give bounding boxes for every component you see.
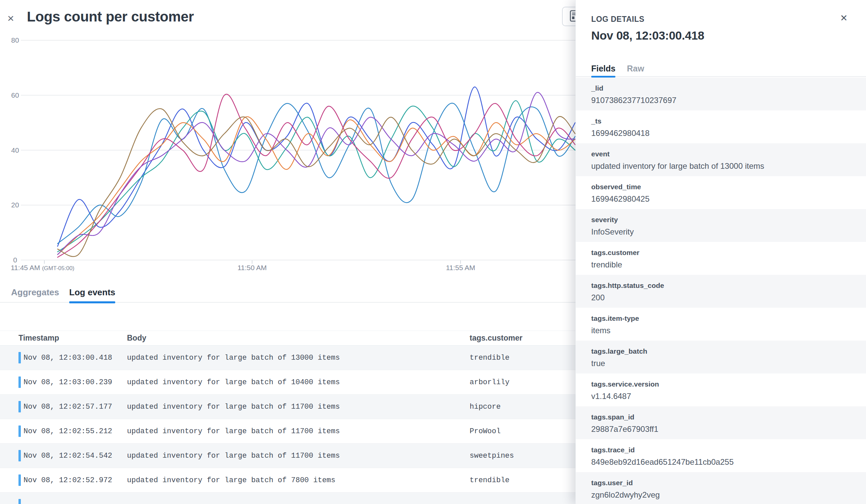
cell-timestamp: Nov 08, 12:02:55.212 — [23, 427, 112, 436]
field-key: tags.span_id — [591, 413, 851, 421]
details-tabs: Fields Raw — [576, 62, 866, 77]
cell-customer: hipcore — [470, 403, 575, 411]
field-value: 1699462980425 — [591, 194, 851, 204]
cell-timestamp: Nov 08, 12:03:00.418 — [23, 354, 112, 362]
tab-aggregates[interactable]: Aggregates — [11, 284, 59, 302]
x-tick-label: 11:45 AM(GMT-05:00) — [11, 264, 75, 272]
field-key: tags.service.version — [591, 380, 851, 388]
field-value: trendible — [591, 260, 851, 270]
y-tick-label: 20 — [11, 201, 19, 209]
cell-body: updated inventory for large batch of 117… — [127, 427, 470, 436]
table-row[interactable]: Nov 08, 12:03:00.418 updated inventory f… — [0, 346, 575, 370]
gridlines: 02040608011:45 AM(GMT-05:00)11:50 AM11:5… — [11, 36, 575, 272]
tab-log-events[interactable]: Log events — [69, 284, 115, 302]
field-key: tags.customer — [591, 248, 851, 257]
cell-timestamp: Nov 08, 12:02:52.972 — [23, 476, 112, 484]
log-timestamp: Nov 08, 12:03:00.418 — [591, 29, 704, 42]
field-value: 849e8eb92d16ead651247be11cb0a255 — [591, 457, 851, 467]
table-row[interactable] — [0, 492, 575, 504]
cell-body: updated inventory for large batch of 130… — [127, 354, 470, 362]
severity-bar — [19, 401, 21, 412]
field-key: tags.trace_id — [591, 446, 851, 454]
chart-line-series-6 — [57, 92, 575, 254]
severity-bar — [19, 377, 21, 388]
field-value: 9107386237710237697 — [591, 95, 851, 105]
x-tick-label: 11:50 AM — [237, 264, 267, 272]
field-value: 1699462980418 — [591, 128, 851, 138]
field-row: tags.service.version v1.14.6487 — [576, 374, 866, 406]
field-row: _ts 1699462980418 — [576, 111, 866, 143]
tab-raw[interactable]: Raw — [627, 62, 644, 76]
field-row: tags.trace_id 849e8eb92d16ead651247be11c… — [576, 439, 866, 472]
panel-title: LOG DETAILS — [591, 15, 644, 24]
severity-bar — [19, 450, 21, 461]
field-key: tags.large_batch — [591, 347, 851, 355]
severity-bar — [19, 499, 21, 504]
field-row: tags.large_batch true — [576, 341, 866, 374]
cell-timestamp: Nov 08, 12:03:00.239 — [23, 378, 112, 387]
field-row: event updated inventory for large batch … — [576, 143, 866, 176]
field-value: v1.14.6487 — [591, 391, 851, 401]
table-header: Timestamp Body tags.customer — [0, 331, 575, 346]
col-body: Body — [127, 333, 470, 343]
col-tags-customer: tags.customer — [470, 333, 575, 343]
field-key: _lid — [591, 84, 851, 92]
cell-timestamp: Nov 08, 12:02:54.542 — [23, 452, 112, 460]
field-row: tags.span_id 29887a7e67903ff1 — [576, 406, 866, 439]
cell-body: updated inventory for large batch of 117… — [127, 403, 470, 411]
field-key: event — [591, 150, 851, 158]
chart-line-series-4 — [57, 117, 575, 255]
cell-body: updated inventory for large batch of 117… — [127, 452, 470, 460]
cell-customer: ProWool — [470, 427, 575, 436]
cell-body: updated inventory for large batch of 780… — [127, 476, 470, 484]
y-tick-label: 0 — [13, 256, 17, 264]
cell-customer: trendible — [470, 476, 575, 484]
log-events-table: Timestamp Body tags.customer Nov 08, 12:… — [0, 331, 575, 504]
table-row[interactable]: Nov 08, 12:02:55.212 updated inventory f… — [0, 419, 575, 443]
col-timestamp: Timestamp — [0, 333, 127, 343]
field-key: tags.item-type — [591, 314, 851, 322]
field-value: true — [591, 358, 851, 368]
severity-bar — [19, 425, 21, 437]
field-value: InfoSeverity — [591, 227, 851, 237]
table-row[interactable]: Nov 08, 12:02:52.972 updated inventory f… — [0, 468, 575, 492]
field-key: severity — [591, 215, 851, 224]
field-key: observed_time — [591, 183, 851, 191]
y-tick-label: 80 — [11, 36, 19, 44]
y-tick-label: 40 — [11, 146, 19, 154]
cell-timestamp: Nov 08, 12:02:57.177 — [23, 403, 112, 411]
table-body: Nov 08, 12:03:00.418 updated inventory f… — [0, 346, 575, 504]
table-row[interactable]: Nov 08, 12:02:54.542 updated inventory f… — [0, 443, 575, 468]
field-value: 200 — [591, 293, 851, 303]
table-row[interactable]: Nov 08, 12:03:00.239 updated inventory f… — [0, 370, 575, 394]
field-row: tags.item-type items — [576, 308, 866, 341]
field-key: tags.user_id — [591, 479, 851, 487]
field-row: severity InfoSeverity — [576, 209, 866, 242]
table-row[interactable]: Nov 08, 12:02:57.177 updated inventory f… — [0, 394, 575, 419]
field-row: tags.customer trendible — [576, 242, 866, 275]
logs-chart[interactable]: 02040608011:45 AM(GMT-05:00)11:50 AM11:5… — [0, 0, 575, 280]
chart-line-series-1 — [57, 87, 575, 246]
field-key: tags.http.status_code — [591, 281, 851, 289]
cell-customer: sweetpines — [470, 452, 575, 460]
chart-line-series-5 — [57, 94, 575, 257]
cell-body: updated inventory for large batch of 104… — [127, 378, 470, 387]
field-value: 29887a7e67903ff1 — [591, 424, 851, 434]
severity-bar — [19, 474, 21, 486]
cell-customer: trendible — [470, 354, 575, 362]
tab-fields[interactable]: Fields — [591, 62, 615, 76]
panel-close-icon[interactable]: ✕ — [839, 13, 849, 23]
field-row: observed_time 1699462980425 — [576, 176, 866, 209]
field-value: items — [591, 325, 851, 335]
cell-customer: arborlily — [470, 378, 575, 387]
field-row: _lid 9107386237710237697 — [576, 78, 866, 111]
field-row: tags.user_id zgn6lo2dwyhy2veg — [576, 472, 866, 504]
field-key: _ts — [591, 117, 851, 125]
severity-bar — [19, 352, 21, 363]
field-row: tags.http.status_code 200 — [576, 275, 866, 308]
x-tick-label: 11:55 AM — [446, 264, 475, 272]
fields-list: _lid 9107386237710237697 _ts 16994629804… — [576, 78, 866, 504]
y-tick-label: 60 — [11, 91, 19, 99]
field-value: updated inventory for large batch of 130… — [591, 161, 851, 171]
log-details-panel: LOG DETAILS ✕ Nov 08, 12:03:00.418 Field… — [575, 0, 866, 504]
